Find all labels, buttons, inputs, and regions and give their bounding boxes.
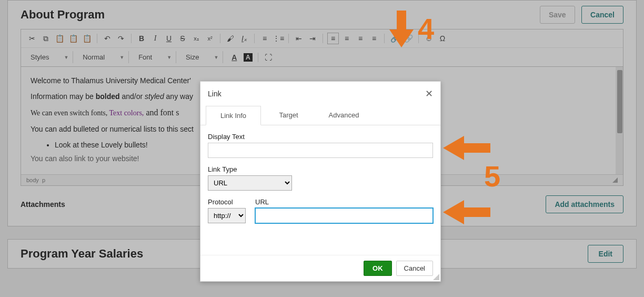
link-type-select[interactable]: URL [208, 175, 292, 191]
url-label: URL [255, 198, 433, 206]
dialog-title: Link [208, 90, 222, 98]
tab-link-info[interactable]: Link Info [206, 106, 261, 125]
close-icon[interactable]: ✕ [425, 88, 433, 100]
dialog-cancel-button[interactable]: Cancel [396, 261, 433, 276]
annotation-number-5: 5 [484, 159, 500, 193]
link-dialog: Link ✕ Link Info Target Advanced Display… [200, 81, 441, 282]
ok-button[interactable]: OK [364, 261, 392, 276]
tab-target[interactable]: Target [261, 106, 316, 125]
tab-advanced[interactable]: Advanced [316, 106, 371, 125]
display-text-input[interactable] [208, 143, 433, 158]
protocol-select[interactable]: http:// [208, 208, 246, 223]
annotation-arrow-left-icon [443, 200, 490, 224]
dialog-resize-icon[interactable] [433, 274, 439, 280]
link-type-label: Link Type [208, 165, 433, 173]
protocol-label: Protocol [208, 198, 246, 206]
display-text-label: Display Text [208, 133, 433, 141]
url-input[interactable] [255, 208, 433, 223]
annotation-arrow-left-icon [443, 136, 490, 160]
annotation-number-4: 4 [418, 12, 434, 46]
annotation-arrow-down-icon [389, 11, 414, 47]
